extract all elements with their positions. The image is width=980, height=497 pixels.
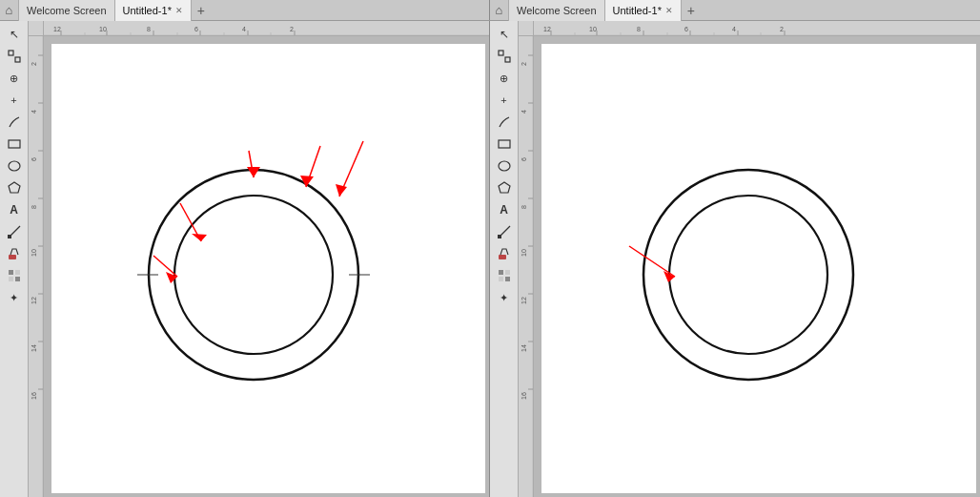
svg-text:10: 10	[521, 249, 527, 257]
tab-add-right[interactable]: +	[682, 0, 701, 21]
tool-zoom[interactable]: ⊕	[2, 68, 27, 89]
ruler-v-right: 2 4 6 8 10 12 14 16	[519, 36, 534, 497]
tool-rect[interactable]	[2, 134, 27, 155]
tool-pattern-r[interactable]	[492, 265, 517, 286]
svg-rect-72	[499, 277, 503, 281]
tool-pen[interactable]	[2, 112, 27, 133]
svg-text:10: 10	[99, 26, 107, 32]
tool-text[interactable]: A	[2, 199, 27, 220]
ruler-h-right: 12 10 8 6 4 2	[534, 21, 980, 36]
svg-text:8: 8	[147, 26, 151, 32]
tab-untitled-right[interactable]: Untitled-1* ✕	[605, 0, 682, 21]
svg-text:4: 4	[521, 110, 527, 114]
svg-text:8: 8	[637, 26, 641, 32]
tab-group-left: ⌂ Welcome Screen Untitled-1* ✕ +	[0, 0, 490, 20]
svg-marker-66	[499, 182, 510, 193]
tab-welcome-left[interactable]: Welcome Screen	[19, 0, 115, 21]
canvas-svg-left	[44, 36, 489, 497]
svg-line-60	[153, 256, 177, 277]
tab-group-right: ⌂ Welcome Screen Untitled-1* ✕ +	[490, 0, 980, 20]
tool-select[interactable]: ↖	[2, 24, 27, 45]
tool-dropper-r[interactable]: ✦	[492, 287, 517, 308]
svg-rect-63	[505, 57, 510, 62]
svg-rect-71	[505, 270, 510, 275]
tab-close-left[interactable]: ✕	[175, 6, 183, 15]
tool-measure-r[interactable]: +	[492, 90, 517, 111]
tool-polygon-r[interactable]	[492, 177, 517, 198]
tool-select-r[interactable]: ↖	[492, 24, 517, 45]
svg-text:16: 16	[521, 392, 527, 400]
svg-rect-73	[505, 277, 510, 281]
svg-text:10: 10	[589, 26, 597, 32]
svg-point-3	[9, 161, 20, 171]
svg-rect-11	[15, 277, 20, 281]
tab-bar: ⌂ Welcome Screen Untitled-1* ✕ + ⌂ Welco…	[0, 0, 980, 21]
tool-line[interactable]	[2, 221, 27, 242]
svg-text:12: 12	[543, 26, 551, 32]
tool-measure[interactable]: +	[2, 90, 27, 111]
tab-add-left[interactable]: +	[192, 0, 211, 21]
svg-text:12: 12	[53, 26, 61, 32]
tool-node-r[interactable]	[492, 46, 517, 67]
tool-line-r[interactable]	[492, 221, 517, 242]
svg-marker-55	[247, 167, 260, 177]
svg-text:6: 6	[194, 26, 198, 32]
toolbar-right: ↖ ⊕ + A	[490, 21, 519, 497]
tab-welcome-right[interactable]: Welcome Screen	[509, 0, 605, 21]
tool-dropper[interactable]: ✦	[2, 287, 27, 308]
svg-marker-59	[336, 184, 347, 197]
tool-ellipse[interactable]	[2, 155, 27, 176]
home-icon-left[interactable]: ⌂	[0, 0, 19, 21]
panel-right: ↖ ⊕ + A	[490, 21, 980, 497]
svg-text:8: 8	[521, 205, 527, 209]
tool-paint-r[interactable]	[492, 243, 517, 264]
svg-rect-62	[499, 51, 503, 55]
tab-untitled-left[interactable]: Untitled-1* ✕	[115, 0, 192, 21]
svg-rect-64	[499, 140, 510, 148]
tool-paint[interactable]	[2, 243, 27, 264]
tool-node[interactable]	[2, 46, 27, 67]
svg-rect-1	[15, 57, 20, 62]
svg-text:12: 12	[31, 297, 37, 304]
svg-text:4: 4	[732, 26, 736, 32]
ruler-v-left: 2 4 6 8 10 12 14 16	[29, 36, 44, 497]
svg-text:6: 6	[684, 26, 688, 32]
main-area: ↖ ⊕ + A	[0, 21, 980, 497]
tool-pattern[interactable]	[2, 265, 27, 286]
svg-point-65	[499, 161, 510, 171]
svg-rect-0	[9, 51, 13, 55]
tool-ellipse-r[interactable]	[492, 155, 517, 176]
tool-polygon[interactable]	[2, 177, 27, 198]
svg-point-109	[643, 170, 853, 380]
svg-text:4: 4	[31, 110, 37, 114]
svg-rect-6	[8, 235, 11, 238]
svg-rect-69	[499, 255, 506, 259]
svg-rect-7	[9, 255, 16, 259]
svg-text:14: 14	[31, 344, 37, 352]
svg-text:10: 10	[31, 249, 37, 257]
ruler-corner-left	[29, 21, 44, 36]
svg-point-48	[174, 196, 333, 354]
tool-zoom-r[interactable]: ⊕	[492, 68, 517, 89]
svg-text:6: 6	[31, 157, 37, 161]
canvas-svg-right	[534, 36, 980, 497]
svg-text:16: 16	[31, 392, 37, 400]
svg-text:2: 2	[521, 62, 527, 66]
svg-text:2: 2	[290, 26, 294, 32]
ruler-h-left: 12 10 8 6 4 2	[44, 21, 489, 36]
svg-text:6: 6	[521, 157, 527, 161]
svg-rect-9	[15, 270, 20, 275]
svg-point-110	[669, 196, 827, 354]
tool-text-r[interactable]: A	[492, 199, 517, 220]
drawing-canvas-left[interactable]	[44, 36, 489, 497]
tab-close-right[interactable]: ✕	[665, 6, 673, 15]
tool-pen-r[interactable]	[492, 112, 517, 133]
svg-text:8: 8	[31, 205, 37, 209]
drawing-canvas-right[interactable]	[534, 36, 980, 497]
svg-text:2: 2	[780, 26, 784, 32]
tool-rect-r[interactable]	[492, 134, 517, 155]
svg-rect-2	[9, 140, 20, 148]
svg-rect-10	[9, 277, 13, 281]
home-icon-right[interactable]: ⌂	[490, 0, 509, 21]
svg-text:4: 4	[242, 26, 246, 32]
